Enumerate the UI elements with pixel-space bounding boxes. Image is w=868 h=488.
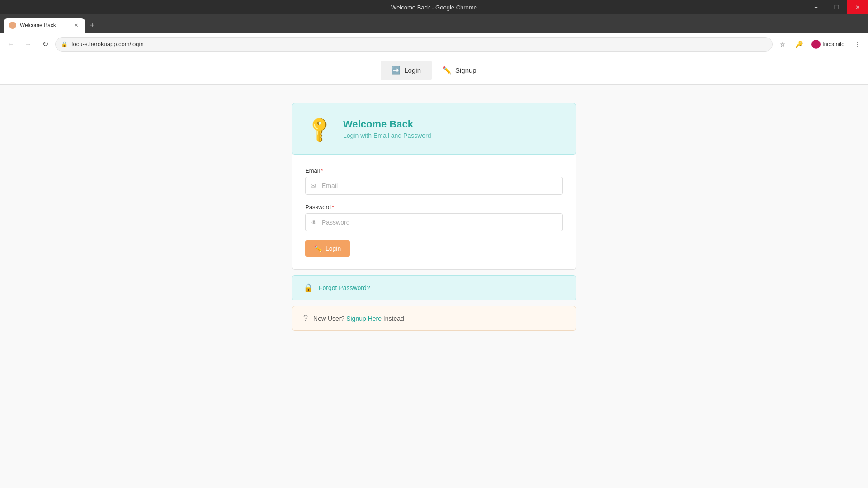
address-bar: ← → ↻ 🔒 focu-s.herokuapp.com/login ☆ 🔑 I… (0, 33, 868, 56)
welcome-title: Welcome Back (343, 118, 431, 130)
login-btn-icon: ✏️ (314, 245, 322, 252)
top-nav: ➡️ Login ✏️ Signup (0, 56, 868, 85)
signup-tab-label: Signup (455, 66, 476, 74)
menu-button[interactable]: ⋮ (850, 37, 864, 52)
title-bar: Welcome Back - Google Chrome − ❐ ✕ (0, 0, 868, 14)
profile-name: Incognito (822, 41, 844, 47)
url-bar[interactable]: 🔒 focu-s.herokuapp.com/login (55, 37, 773, 52)
password-input-wrapper: 👁 (305, 213, 563, 231)
question-icon: ? (303, 314, 308, 323)
new-user-prefix: New User? (313, 315, 344, 322)
bookmark-button[interactable]: ☆ (775, 37, 790, 52)
forgot-password-card[interactable]: 🔒 Forgot Password? (292, 275, 576, 300)
new-user-text: New User? Signup Here Instead (313, 315, 404, 322)
password-group: Password* 👁 (305, 204, 563, 231)
welcome-card: 🔑 Welcome Back Login with Email and Pass… (292, 103, 576, 155)
login-tab-label: Login (404, 66, 421, 74)
back-button[interactable]: ← (4, 37, 18, 52)
close-button[interactable]: ✕ (847, 0, 868, 14)
forward-button[interactable]: → (21, 37, 35, 52)
profile-button[interactable]: I Incognito (808, 38, 848, 51)
new-user-card: ? New User? Signup Here Instead (292, 306, 576, 331)
forgot-password-link[interactable]: Forgot Password? (319, 284, 370, 291)
nav-tabs: ➡️ Login ✏️ Signup (381, 61, 487, 80)
tab-close-button[interactable]: ✕ (72, 22, 80, 29)
login-btn-label: Login (326, 245, 341, 252)
email-icon: ✉ (311, 182, 316, 189)
password-required: * (332, 204, 334, 211)
profile-icon: I (811, 40, 821, 49)
login-nav-icon: ➡️ (392, 66, 401, 75)
tab-favicon (9, 22, 16, 29)
password-label: Password* (305, 204, 563, 211)
signup-nav-icon: ✏️ (443, 66, 452, 75)
email-required: * (321, 167, 323, 174)
email-group: Email* ✉ (305, 167, 563, 195)
url-text: focu-s.herokuapp.com/login (71, 41, 144, 47)
tab-signup[interactable]: ✏️ Signup (432, 61, 487, 80)
active-tab[interactable]: Welcome Back ✕ (4, 18, 85, 33)
welcome-text: Welcome Back Login with Email and Passwo… (343, 118, 431, 139)
reload-button[interactable]: ↻ (38, 37, 52, 52)
page-content: ➡️ Login ✏️ Signup 🔑 Welcome Back (0, 56, 868, 488)
eye-icon: 👁 (311, 219, 317, 226)
key-icon: 🔑 (304, 113, 335, 145)
tab-bar: Welcome Back ✕ + (0, 14, 868, 33)
tab-login[interactable]: ➡️ Login (381, 61, 432, 80)
email-label: Email* (305, 167, 563, 174)
email-input-wrapper: ✉ (305, 177, 563, 195)
minimize-button[interactable]: − (806, 0, 826, 14)
window-title: Welcome Back - Google Chrome (391, 4, 477, 11)
window-controls: − ❐ ✕ (806, 0, 868, 14)
login-button[interactable]: ✏️ Login (305, 240, 350, 257)
address-bar-right: ☆ 🔑 I Incognito ⋮ (775, 37, 864, 52)
welcome-subtitle: Login with Email and Password (343, 132, 431, 139)
form-card: Email* ✉ Password* 👁 (292, 155, 576, 270)
signup-here-link[interactable]: Signup Here (346, 315, 382, 322)
email-input[interactable] (305, 177, 563, 195)
password-input[interactable] (305, 213, 563, 231)
restore-button[interactable]: ❐ (826, 0, 847, 14)
new-user-suffix: Instead (382, 315, 404, 322)
tab-title: Welcome Back (20, 22, 56, 28)
login-container: 🔑 Welcome Back Login with Email and Pass… (292, 103, 576, 331)
main-content: 🔑 Welcome Back Login with Email and Pass… (0, 85, 868, 488)
forgot-lock-icon: 🔒 (303, 283, 313, 293)
lock-icon: 🔒 (61, 41, 68, 47)
key-button[interactable]: 🔑 (792, 37, 806, 52)
new-tab-button[interactable]: + (85, 18, 99, 33)
key-icon-wrapper: 🔑 (305, 114, 334, 143)
